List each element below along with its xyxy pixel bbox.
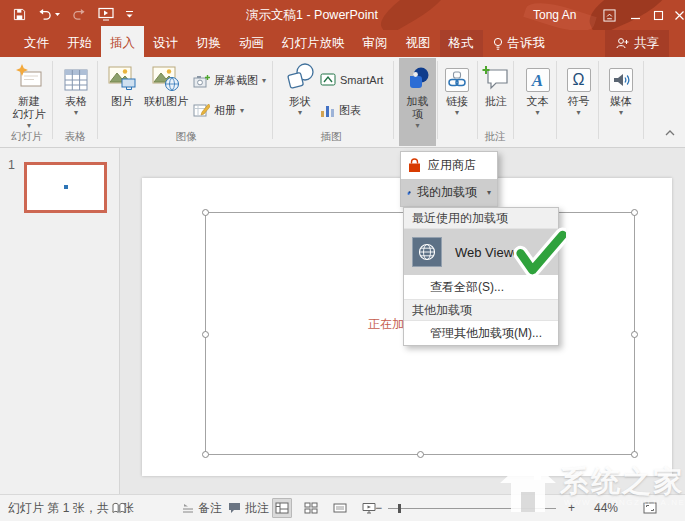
share-person-icon bbox=[615, 37, 629, 50]
save-button[interactable] bbox=[13, 8, 26, 21]
status-bar: 幻灯片 第 1 张，共 1 张 备注 批注 − bbox=[0, 494, 685, 521]
zoom-slider-thumb[interactable] bbox=[398, 504, 401, 513]
customize-quick-access-button[interactable] bbox=[125, 10, 134, 19]
menu-item-manage-addins[interactable]: 管理其他加载项(M)... bbox=[404, 321, 558, 345]
new-slide-icon bbox=[14, 64, 44, 92]
zoom-level[interactable]: 44% bbox=[594, 495, 618, 521]
resize-handle-middle-left[interactable] bbox=[202, 331, 209, 338]
resize-handle-top-right[interactable] bbox=[631, 209, 638, 216]
symbol-label: 符号 bbox=[568, 95, 590, 108]
tab-view[interactable]: 视图 bbox=[397, 30, 440, 57]
maximize-button[interactable] bbox=[647, 0, 669, 30]
tab-review[interactable]: 审阅 bbox=[354, 30, 397, 57]
start-slideshow-icon bbox=[98, 7, 114, 21]
symbol-button[interactable]: Ω 符号 ▾ bbox=[560, 60, 597, 117]
group-label-comments: 批注 bbox=[465, 130, 525, 144]
menu-item-my-addins[interactable]: 我的加载项 ▾ bbox=[401, 179, 497, 206]
group-label-tables: 表格 bbox=[45, 130, 105, 144]
text-icon: A bbox=[526, 68, 550, 92]
resize-handle-bottom-right[interactable] bbox=[631, 451, 638, 458]
online-picture-button[interactable]: 联机图片 bbox=[142, 60, 190, 108]
ribbon-display-options-button[interactable] bbox=[598, 0, 620, 30]
undo-icon bbox=[37, 8, 52, 21]
dropdown-arrow-icon: ▾ bbox=[262, 76, 266, 85]
loading-text: 正在加 bbox=[368, 316, 404, 333]
comments-toggle[interactable]: 批注 bbox=[228, 495, 269, 521]
notes-label: 备注 bbox=[198, 500, 222, 517]
dropdown-arrow-icon: ▾ bbox=[298, 108, 302, 117]
menu-item-store[interactable]: 应用商店 bbox=[401, 152, 497, 179]
close-button[interactable] bbox=[668, 0, 685, 30]
photo-album-button[interactable]: 相册 ▾ bbox=[193, 103, 244, 118]
tab-home[interactable]: 开始 bbox=[58, 30, 101, 57]
resize-handle-bottom-center[interactable] bbox=[417, 451, 424, 458]
undo-button[interactable] bbox=[37, 8, 61, 21]
zoom-slider[interactable] bbox=[388, 495, 556, 521]
table-button[interactable]: 表格 ▾ bbox=[58, 60, 94, 117]
resize-handle-bottom-left[interactable] bbox=[202, 451, 209, 458]
text-button[interactable]: A 文本 ▾ bbox=[519, 60, 556, 117]
submenu-header-other: 其他加载项 bbox=[404, 300, 558, 321]
picture-button[interactable]: 图片 bbox=[104, 60, 140, 108]
redo-button[interactable] bbox=[72, 8, 87, 21]
tab-file[interactable]: 文件 bbox=[15, 30, 58, 57]
close-icon bbox=[674, 10, 685, 21]
share-button[interactable]: 共享 bbox=[605, 30, 669, 57]
addins-icon bbox=[404, 66, 432, 92]
account-user-name: Tong An bbox=[533, 0, 576, 30]
spell-check-button[interactable] bbox=[112, 495, 126, 521]
reading-view-button[interactable] bbox=[330, 498, 350, 518]
share-label: 共享 bbox=[634, 30, 659, 57]
fit-to-window-button[interactable] bbox=[643, 495, 657, 521]
dropdown-arrow-icon: ▾ bbox=[27, 121, 31, 130]
tab-insert[interactable]: 插入 bbox=[101, 29, 144, 57]
zoom-out-button[interactable]: − bbox=[375, 495, 382, 521]
screenshot-button[interactable]: 屏幕截图 ▾ bbox=[193, 73, 266, 88]
table-icon bbox=[63, 68, 89, 92]
tab-slideshow[interactable]: 幻灯片放映 bbox=[273, 30, 354, 57]
ribbon-insert: 新建 幻灯片 ▾ 表格 ▾ 图片 联机图片 屏幕截图 ▾ 相册 bbox=[0, 57, 685, 148]
normal-view-button[interactable] bbox=[272, 498, 292, 518]
notes-toggle[interactable]: 备注 bbox=[182, 495, 222, 521]
dropdown-arrow-icon: ▾ bbox=[455, 108, 459, 117]
chart-button[interactable]: 图表 bbox=[320, 103, 361, 118]
group-separator bbox=[477, 61, 478, 139]
dropdown-arrow-icon: ▾ bbox=[619, 108, 623, 117]
tab-transitions[interactable]: 切换 bbox=[187, 30, 230, 57]
tab-design[interactable]: 设计 bbox=[144, 30, 187, 57]
start-slideshow-button[interactable] bbox=[98, 7, 114, 21]
reading-view-icon bbox=[333, 502, 347, 514]
resize-handle-middle-right[interactable] bbox=[631, 331, 638, 338]
media-button[interactable]: 媒体 ▾ bbox=[601, 60, 641, 117]
minimize-button[interactable] bbox=[624, 0, 646, 30]
online-picture-icon bbox=[152, 65, 180, 92]
link-label: 链接 bbox=[446, 95, 468, 108]
tab-animations[interactable]: 动画 bbox=[230, 30, 273, 57]
comment-button[interactable]: 批注 bbox=[481, 60, 511, 108]
comment-icon bbox=[482, 65, 510, 92]
maximize-icon bbox=[653, 10, 664, 21]
zoom-in-button[interactable]: + bbox=[568, 495, 575, 521]
globe-icon bbox=[417, 242, 437, 262]
addins-button[interactable]: 加载 项 ▾ bbox=[399, 58, 436, 146]
slide-sorter-view-button[interactable] bbox=[301, 498, 321, 518]
tell-me-box[interactable]: 告诉我 bbox=[483, 30, 555, 57]
tab-format[interactable]: 格式 bbox=[440, 30, 483, 57]
menu-item-my-addins-label: 我的加载项 bbox=[417, 184, 477, 201]
powerpoint-window: 演示文稿1 - PowerPoint Tong An 文件 开始 插入 设计 切… bbox=[0, 0, 685, 521]
slideshow-view-icon bbox=[362, 502, 376, 514]
collapse-ribbon-button[interactable] bbox=[665, 125, 675, 139]
link-button[interactable]: 链接 ▾ bbox=[440, 60, 474, 117]
shapes-button[interactable]: 形状 ▾ bbox=[281, 60, 319, 117]
slide-thumbnail-panel: 1 bbox=[0, 148, 120, 494]
new-slide-button[interactable]: 新建 幻灯片 ▾ bbox=[6, 60, 52, 130]
zoom-slider-track[interactable] bbox=[388, 508, 556, 509]
media-label: 媒体 bbox=[610, 95, 632, 108]
title-bar: 演示文稿1 - PowerPoint Tong An bbox=[0, 0, 685, 30]
smartart-button[interactable]: SmartArt bbox=[320, 73, 383, 86]
slide-thumbnail[interactable] bbox=[24, 162, 107, 213]
resize-handle-top-left[interactable] bbox=[202, 209, 209, 216]
quick-access-toolbar bbox=[13, 0, 134, 28]
ribbon-display-options-icon bbox=[603, 9, 616, 22]
ribbon-tab-bar: 文件 开始 插入 设计 切换 动画 幻灯片放映 审阅 视图 格式 告诉我 共享 bbox=[0, 30, 685, 57]
